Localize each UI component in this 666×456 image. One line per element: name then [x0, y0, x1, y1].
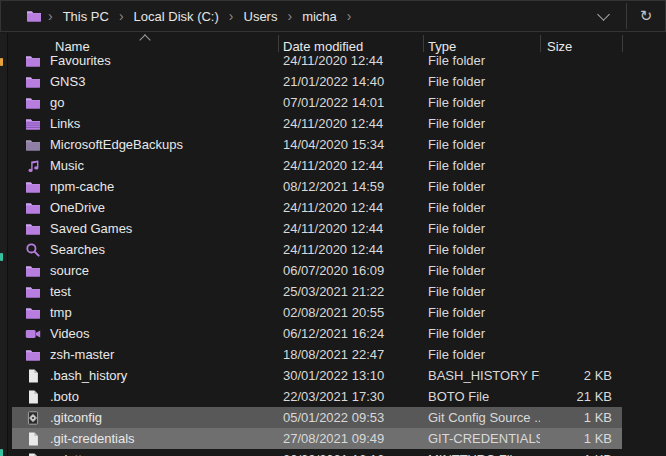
folder-links-icon	[25, 116, 41, 132]
date-modified: 27/08/2021 09:49	[278, 431, 423, 446]
name-cell: Favourites	[12, 56, 278, 69]
breadcrumb-item-this-pc[interactable]: This PC	[59, 9, 113, 24]
file-name: GNS3	[50, 74, 85, 89]
column-header-size[interactable]: Size	[540, 33, 622, 56]
breadcrumb: ›This PC›Local Disk (C:)›Users›micha›	[1, 1, 357, 31]
folder-row[interactable]: zsh-master18/08/2021 22:47File folder	[12, 344, 622, 365]
date-modified: 24/11/2020 12:44	[278, 221, 423, 236]
folder-icon	[25, 56, 41, 69]
folder-icon	[25, 74, 41, 90]
nav-icon-sliver	[0, 449, 3, 456]
folder-icon	[25, 347, 41, 363]
file-doc-icon	[25, 389, 41, 405]
file-name: MicrosoftEdgeBackups	[50, 137, 183, 152]
name-cell: Music	[12, 158, 278, 174]
file-type: File folder	[423, 305, 540, 320]
file-type: File folder	[423, 56, 540, 68]
folder-row[interactable]: Links24/11/2020 12:44File folder	[12, 113, 622, 134]
date-modified: 14/04/2020 15:34	[278, 137, 423, 152]
date-modified: 07/01/2022 14:01	[278, 95, 423, 110]
name-cell: Links	[12, 116, 278, 132]
folder-row[interactable]: Favourites24/11/2020 12:44File folder	[12, 56, 622, 71]
file-size: 21 KB	[540, 389, 622, 404]
address-bar[interactable]: ›This PC›Local Disk (C:)›Users›micha› ↻	[0, 0, 666, 32]
breadcrumb-item-local-disk-c-[interactable]: Local Disk (C:)	[130, 9, 223, 24]
name-cell: Saved Games	[12, 221, 278, 237]
name-cell: source	[12, 263, 278, 279]
file-row[interactable]: .boto22/03/2021 17:30BOTO File21 KB	[12, 386, 622, 407]
file-type: File folder	[423, 242, 540, 257]
file-name: go	[50, 95, 64, 110]
file-row[interactable]: .minttyrc30/03/2021 16:16MINTTYRC File1 …	[12, 449, 622, 456]
folder-row[interactable]: Videos06/12/2021 16:24File folder	[12, 323, 622, 344]
column-header-type[interactable]: Type	[423, 33, 540, 56]
video-camera-icon	[25, 326, 41, 342]
breadcrumb-separator: ›	[223, 9, 240, 23]
file-row[interactable]: .bash_history30/01/2022 13:10BASH_HISTOR…	[12, 365, 622, 386]
file-doc-icon	[25, 431, 41, 447]
file-type: File folder	[423, 263, 540, 278]
date-modified: 02/08/2021 20:55	[278, 305, 423, 320]
file-name: .git-credentials	[50, 431, 135, 446]
column-headers: NameDate modifiedTypeSize	[12, 33, 666, 56]
folder-row[interactable]: GNS321/01/2022 14:40File folder	[12, 71, 622, 92]
name-cell: tmp	[12, 305, 278, 321]
date-modified: 30/03/2021 16:16	[278, 452, 423, 456]
date-modified: 18/08/2021 22:47	[278, 347, 423, 362]
breadcrumb-item-micha[interactable]: micha	[298, 9, 341, 24]
folder-row[interactable]: Saved Games24/11/2020 12:44File folder	[12, 218, 622, 239]
file-name: .gitconfig	[50, 410, 102, 425]
file-name: tmp	[50, 305, 72, 320]
date-modified: 06/12/2021 16:24	[278, 326, 423, 341]
column-separator[interactable]	[622, 35, 623, 52]
folder-icon	[25, 284, 41, 300]
refresh-button[interactable]: ↻	[627, 1, 665, 31]
file-row[interactable]: .git-credentials27/08/2021 09:49GIT-CRED…	[12, 428, 622, 449]
folder-row[interactable]: npm-cache08/12/2021 14:59File folder	[12, 176, 622, 197]
file-type: File folder	[423, 347, 540, 362]
date-modified: 30/01/2022 13:10	[278, 368, 423, 383]
name-cell: npm-cache	[12, 179, 278, 195]
file-doc-icon	[25, 452, 41, 456]
file-type: MINTTYRC File	[423, 452, 540, 456]
folder-row[interactable]: go07/01/2022 14:01File folder	[12, 92, 622, 113]
file-type: File folder	[423, 116, 540, 131]
file-name: npm-cache	[50, 179, 114, 194]
folder-row[interactable]: source06/07/2020 16:09File folder	[12, 260, 622, 281]
folder-row[interactable]: test25/03/2021 21:22File folder	[12, 281, 622, 302]
name-cell: .boto	[12, 389, 278, 405]
folder-row[interactable]: Music24/11/2020 12:44File folder	[12, 155, 622, 176]
folder-icon	[25, 305, 41, 321]
folder-row[interactable]: Searches24/11/2020 12:44File folder	[12, 239, 622, 260]
file-type: File folder	[423, 221, 540, 236]
date-modified: 21/01/2022 14:40	[278, 74, 423, 89]
column-header-date-modified[interactable]: Date modified	[278, 33, 423, 56]
date-modified: 25/03/2021 21:22	[278, 284, 423, 299]
folder-row[interactable]: MicrosoftEdgeBackups14/04/2020 15:34File…	[12, 134, 622, 155]
chevron-down-icon[interactable]	[597, 8, 610, 21]
file-name: .bash_history	[50, 368, 127, 383]
folder-row[interactable]: OneDrive24/11/2020 12:44File folder	[12, 197, 622, 218]
search-icon	[25, 242, 41, 258]
file-row[interactable]: .gitconfig05/01/2022 09:53Git Config Sou…	[12, 407, 622, 428]
breadcrumb-separator: ›	[281, 9, 298, 23]
file-name: Saved Games	[50, 221, 132, 236]
file-type: File folder	[423, 200, 540, 215]
file-list: Favourites24/11/2020 12:44File folderGNS…	[12, 56, 622, 456]
file-type: BOTO File	[423, 389, 540, 404]
breadcrumb-item-users[interactable]: Users	[240, 9, 282, 24]
file-name: Links	[50, 116, 80, 131]
breadcrumb-separator: ›	[341, 9, 358, 23]
file-name: Favourites	[50, 56, 111, 68]
music-note-icon	[25, 158, 41, 174]
folder-icon	[26, 8, 42, 24]
file-type: GIT-CREDENTIALS...	[423, 431, 540, 446]
folder-row[interactable]: tmp02/08/2021 20:55File folder	[12, 302, 622, 323]
file-size: 2 KB	[540, 368, 622, 383]
file-doc-icon	[25, 368, 41, 384]
date-modified: 05/01/2022 09:53	[278, 410, 423, 425]
date-modified: 22/03/2021 17:30	[278, 389, 423, 404]
gear-doc-icon	[25, 410, 41, 426]
name-cell: .bash_history	[12, 368, 278, 384]
file-name: .minttyrc	[50, 452, 99, 456]
